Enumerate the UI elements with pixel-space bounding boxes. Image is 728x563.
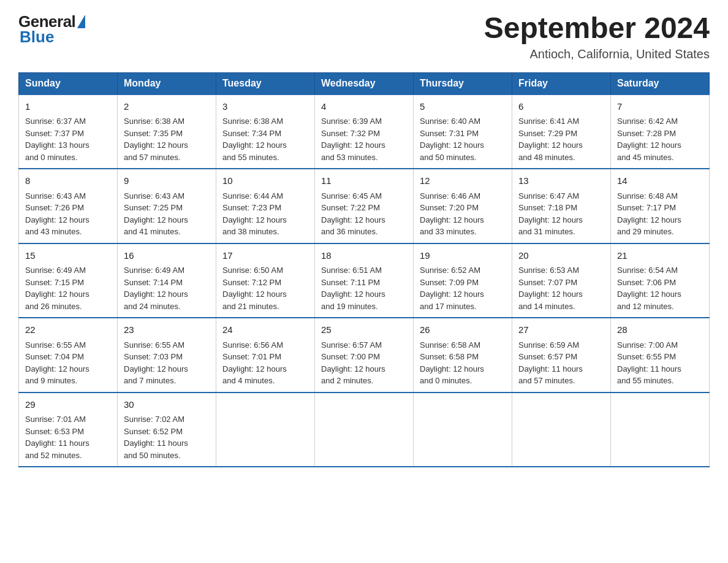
- day-info: Sunrise: 7:02 AMSunset: 6:52 PMDaylight:…: [124, 413, 210, 461]
- day-info: Sunrise: 6:55 AMSunset: 7:04 PMDaylight:…: [25, 339, 111, 387]
- day-info: Sunrise: 6:49 AMSunset: 7:15 PMDaylight:…: [25, 264, 111, 312]
- calendar-cell: 20Sunrise: 6:53 AMSunset: 7:07 PMDayligh…: [512, 243, 611, 318]
- logo: General Blue: [18, 12, 85, 47]
- calendar-header-wednesday: Wednesday: [315, 72, 414, 94]
- title-section: September 2024 Antioch, California, Unit…: [484, 12, 710, 61]
- calendar-cell: 1Sunrise: 6:37 AMSunset: 7:37 PMDaylight…: [19, 94, 118, 169]
- calendar-header-thursday: Thursday: [414, 72, 512, 94]
- calendar-cell: 22Sunrise: 6:55 AMSunset: 7:04 PMDayligh…: [19, 318, 118, 393]
- day-info: Sunrise: 6:48 AMSunset: 7:17 PMDaylight:…: [617, 190, 703, 238]
- day-number: 9: [124, 174, 210, 188]
- calendar-cell: 11Sunrise: 6:45 AMSunset: 7:22 PMDayligh…: [315, 169, 414, 243]
- calendar-cell: [315, 393, 414, 467]
- calendar-cell: 25Sunrise: 6:57 AMSunset: 7:00 PMDayligh…: [315, 318, 414, 393]
- calendar-cell: 27Sunrise: 6:59 AMSunset: 6:57 PMDayligh…: [512, 318, 611, 393]
- calendar-cell: 6Sunrise: 6:41 AMSunset: 7:29 PMDaylight…: [512, 94, 611, 169]
- day-number: 23: [124, 323, 210, 337]
- day-info: Sunrise: 6:57 AMSunset: 7:00 PMDaylight:…: [321, 339, 407, 387]
- day-number: 1: [25, 100, 111, 114]
- day-info: Sunrise: 6:49 AMSunset: 7:14 PMDaylight:…: [124, 264, 210, 312]
- day-number: 14: [617, 174, 703, 188]
- day-number: 28: [617, 323, 703, 337]
- day-number: 24: [222, 323, 308, 337]
- calendar-header-tuesday: Tuesday: [216, 72, 315, 94]
- day-info: Sunrise: 6:40 AMSunset: 7:31 PMDaylight:…: [420, 115, 506, 163]
- day-number: 16: [124, 249, 210, 263]
- calendar-cell: 24Sunrise: 6:56 AMSunset: 7:01 PMDayligh…: [216, 318, 315, 393]
- day-number: 27: [518, 323, 604, 337]
- day-info: Sunrise: 6:53 AMSunset: 7:07 PMDaylight:…: [518, 264, 604, 312]
- day-info: Sunrise: 6:56 AMSunset: 7:01 PMDaylight:…: [222, 339, 308, 387]
- calendar-cell: 17Sunrise: 6:50 AMSunset: 7:12 PMDayligh…: [216, 243, 315, 318]
- calendar-cell: 14Sunrise: 6:48 AMSunset: 7:17 PMDayligh…: [611, 169, 710, 243]
- calendar-cell: 10Sunrise: 6:44 AMSunset: 7:23 PMDayligh…: [216, 169, 315, 243]
- day-info: Sunrise: 6:38 AMSunset: 7:34 PMDaylight:…: [222, 115, 308, 163]
- day-info: Sunrise: 6:51 AMSunset: 7:11 PMDaylight:…: [321, 264, 407, 312]
- day-info: Sunrise: 6:37 AMSunset: 7:37 PMDaylight:…: [25, 115, 111, 163]
- day-info: Sunrise: 6:45 AMSunset: 7:22 PMDaylight:…: [321, 190, 407, 238]
- day-info: Sunrise: 6:39 AMSunset: 7:32 PMDaylight:…: [321, 115, 407, 163]
- calendar-cell: 21Sunrise: 6:54 AMSunset: 7:06 PMDayligh…: [611, 243, 710, 318]
- day-number: 18: [321, 249, 407, 263]
- calendar-cell: 12Sunrise: 6:46 AMSunset: 7:20 PMDayligh…: [414, 169, 512, 243]
- calendar-cell: 8Sunrise: 6:43 AMSunset: 7:26 PMDaylight…: [19, 169, 118, 243]
- day-number: 11: [321, 174, 407, 188]
- day-number: 2: [124, 100, 210, 114]
- calendar-cell: [512, 393, 611, 467]
- calendar-cell: 16Sunrise: 6:49 AMSunset: 7:14 PMDayligh…: [118, 243, 216, 318]
- day-number: 5: [420, 100, 506, 114]
- day-info: Sunrise: 6:41 AMSunset: 7:29 PMDaylight:…: [518, 115, 604, 163]
- day-info: Sunrise: 7:00 AMSunset: 6:55 PMDaylight:…: [617, 339, 703, 387]
- calendar-cell: 23Sunrise: 6:55 AMSunset: 7:03 PMDayligh…: [118, 318, 216, 393]
- calendar-cell: 29Sunrise: 7:01 AMSunset: 6:53 PMDayligh…: [19, 393, 118, 467]
- day-info: Sunrise: 6:44 AMSunset: 7:23 PMDaylight:…: [222, 190, 308, 238]
- calendar-week-row-5: 29Sunrise: 7:01 AMSunset: 6:53 PMDayligh…: [19, 393, 710, 467]
- calendar-cell: 28Sunrise: 7:00 AMSunset: 6:55 PMDayligh…: [611, 318, 710, 393]
- logo-blue-text: Blue: [18, 28, 54, 47]
- day-number: 20: [518, 249, 604, 263]
- day-info: Sunrise: 6:55 AMSunset: 7:03 PMDaylight:…: [124, 339, 210, 387]
- calendar-cell: [611, 393, 710, 467]
- day-number: 21: [617, 249, 703, 263]
- calendar-cell: [414, 393, 512, 467]
- calendar-cell: 30Sunrise: 7:02 AMSunset: 6:52 PMDayligh…: [118, 393, 216, 467]
- day-info: Sunrise: 6:42 AMSunset: 7:28 PMDaylight:…: [617, 115, 703, 163]
- day-info: Sunrise: 6:58 AMSunset: 6:58 PMDaylight:…: [420, 339, 506, 387]
- day-number: 7: [617, 100, 703, 114]
- day-number: 29: [25, 398, 111, 412]
- day-number: 19: [420, 249, 506, 263]
- day-number: 26: [420, 323, 506, 337]
- calendar-cell: 18Sunrise: 6:51 AMSunset: 7:11 PMDayligh…: [315, 243, 414, 318]
- day-number: 13: [518, 174, 604, 188]
- day-number: 30: [124, 398, 210, 412]
- calendar-cell: 2Sunrise: 6:38 AMSunset: 7:35 PMDaylight…: [118, 94, 216, 169]
- day-number: 8: [25, 174, 111, 188]
- calendar-header-sunday: Sunday: [19, 72, 118, 94]
- day-info: Sunrise: 6:38 AMSunset: 7:35 PMDaylight:…: [124, 115, 210, 163]
- calendar-cell: 3Sunrise: 6:38 AMSunset: 7:34 PMDaylight…: [216, 94, 315, 169]
- day-number: 3: [222, 100, 308, 114]
- calendar-cell: 4Sunrise: 6:39 AMSunset: 7:32 PMDaylight…: [315, 94, 414, 169]
- location-title: Antioch, California, United States: [484, 47, 710, 61]
- calendar-cell: 9Sunrise: 6:43 AMSunset: 7:25 PMDaylight…: [118, 169, 216, 243]
- day-number: 10: [222, 174, 308, 188]
- calendar-cell: 7Sunrise: 6:42 AMSunset: 7:28 PMDaylight…: [611, 94, 710, 169]
- day-info: Sunrise: 6:47 AMSunset: 7:18 PMDaylight:…: [518, 190, 604, 238]
- calendar-week-row-4: 22Sunrise: 6:55 AMSunset: 7:04 PMDayligh…: [19, 318, 710, 393]
- day-number: 15: [25, 249, 111, 263]
- day-info: Sunrise: 7:01 AMSunset: 6:53 PMDaylight:…: [25, 413, 111, 461]
- day-info: Sunrise: 6:54 AMSunset: 7:06 PMDaylight:…: [617, 264, 703, 312]
- month-title: September 2024: [484, 12, 710, 45]
- calendar-header-friday: Friday: [512, 72, 611, 94]
- calendar-cell: [216, 393, 315, 467]
- calendar-cell: 26Sunrise: 6:58 AMSunset: 6:58 PMDayligh…: [414, 318, 512, 393]
- calendar-table: SundayMondayTuesdayWednesdayThursdayFrid…: [18, 72, 710, 468]
- calendar-week-row-1: 1Sunrise: 6:37 AMSunset: 7:37 PMDaylight…: [19, 94, 710, 169]
- day-info: Sunrise: 6:43 AMSunset: 7:26 PMDaylight:…: [25, 190, 111, 238]
- calendar-cell: 5Sunrise: 6:40 AMSunset: 7:31 PMDaylight…: [414, 94, 512, 169]
- day-number: 4: [321, 100, 407, 114]
- day-number: 12: [420, 174, 506, 188]
- calendar-week-row-2: 8Sunrise: 6:43 AMSunset: 7:26 PMDaylight…: [19, 169, 710, 243]
- day-number: 22: [25, 323, 111, 337]
- logo-triangle-icon: [77, 15, 85, 28]
